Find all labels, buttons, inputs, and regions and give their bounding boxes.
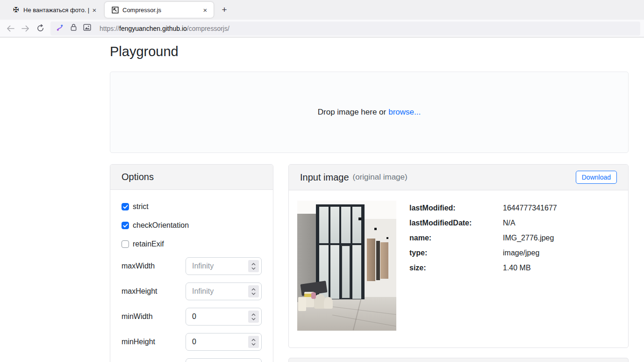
checkbox-row-strict: strict (122, 201, 262, 212)
tab-title: Compressor.js (122, 7, 161, 14)
new-tab-button[interactable]: + (217, 3, 231, 17)
metadata-key: lastModifiedDate: (409, 217, 503, 229)
image-permission-icon[interactable] (83, 24, 91, 33)
tab-close-icon[interactable]: × (90, 5, 99, 14)
options-body: strict checkOrientation retainExif maxWi… (110, 190, 273, 362)
image-metadata-list: lastModified: 1644777341677 lastModified… (409, 201, 557, 331)
metadata-value: 1.40 MB (503, 262, 531, 274)
checkbox-row-checkorientation: checkOrientation (122, 220, 262, 231)
photo-shape (319, 207, 328, 243)
checkorientation-checkbox[interactable] (122, 222, 129, 229)
image-drop-zone[interactable]: Drop image here or browse... (110, 72, 629, 153)
navigation-toolbar: https://fengyuanchen.github.io/compresso… (0, 20, 644, 37)
output-image-panel-partial (288, 358, 629, 362)
options-header: Options (110, 165, 273, 190)
browse-link[interactable]: browse... (388, 108, 421, 117)
photo-shape (330, 245, 339, 299)
metadata-row: lastModifiedDate: N/A (409, 217, 557, 229)
field-label: minWidth (122, 312, 153, 321)
field-row-minheight: minHeight (122, 333, 262, 351)
lock-icon[interactable] (70, 23, 77, 33)
metadata-value: 1644777341677 (503, 203, 557, 214)
photo-shape (358, 217, 361, 220)
photo-shape (352, 245, 361, 299)
options-panel: Options strict checkOrientation (110, 164, 273, 362)
field-row-maxheight: maxHeight (122, 282, 262, 300)
options-title: Options (122, 171, 154, 183)
field-label: minHeight (122, 338, 155, 346)
tab-bar: ✠ Не вантажаться фото. | Страни × Compre… (0, 0, 644, 20)
photo-shape (341, 245, 350, 299)
input-image-subtitle: (original image) (353, 173, 408, 182)
photo-shape (386, 237, 388, 239)
metadata-row: name: IMG_2776.jpeg (409, 232, 557, 244)
panels-row: Options strict checkOrientation (110, 164, 629, 362)
photo-shape (298, 297, 306, 311)
reload-icon[interactable] (33, 22, 48, 36)
photo-shape (311, 292, 316, 299)
input-image-body: lastModified: 1644777341677 lastModified… (289, 190, 628, 348)
metadata-value: IMG_2776.jpeg (503, 232, 554, 244)
metadata-row: size: 1.40 MB (409, 262, 557, 274)
number-spinner-icon[interactable] (248, 336, 259, 348)
photo-shape (352, 207, 361, 243)
metadata-key: name: (409, 232, 503, 244)
photo-shape (341, 207, 350, 243)
tab-compressorjs[interactable]: Compressor.js × (105, 2, 214, 18)
checkbox-label: retainExif (133, 240, 164, 248)
number-spinner-icon[interactable] (248, 285, 259, 297)
field-row-maxwidth: maxWidth (122, 257, 262, 275)
metadata-row: type: image/jpeg (409, 247, 557, 259)
photo-shape (380, 242, 388, 279)
photo-shape (324, 297, 333, 309)
field-row-partial (122, 358, 262, 362)
compress-favicon-icon (111, 6, 119, 14)
photo-shape (367, 239, 375, 282)
metadata-key: lastModified: (409, 203, 503, 214)
metadata-row: lastModified: 1644777341677 (409, 203, 557, 214)
field-label: maxWidth (122, 262, 155, 270)
photo-shape (374, 228, 377, 230)
download-button[interactable]: Download (576, 171, 617, 184)
tab-title: Не вантажаться фото. | Страни (23, 7, 90, 14)
tab-other-page[interactable]: ✠ Не вантажаться фото. | Страни × (5, 2, 102, 18)
metadata-value: N/A (503, 217, 515, 229)
number-spinner-icon[interactable] (248, 260, 259, 272)
metadata-key: size: (409, 262, 503, 274)
photo-shape (376, 241, 380, 280)
number-spinner-icon[interactable] (248, 311, 259, 323)
forward-icon[interactable] (18, 22, 33, 36)
photo-shape (330, 207, 339, 243)
checkbox-row-retainexif: retainExif (122, 239, 262, 250)
address-bar[interactable]: https://fengyuanchen.github.io/compresso… (50, 22, 640, 36)
browser-chrome: ✠ Не вантажаться фото. | Страни × Compre… (0, 0, 644, 37)
field-label: maxHeight (122, 287, 157, 296)
maltese-cross-favicon-icon: ✠ (12, 6, 20, 14)
dropzone-text: Drop image here or (318, 108, 386, 117)
input-image-title: Input image (300, 171, 349, 184)
input-image-header: Input image (original image) Download (289, 165, 628, 190)
retainexif-checkbox[interactable] (122, 240, 129, 248)
url-text: https://fengyuanchen.github.io/compresso… (100, 25, 229, 32)
page-title: Playground (110, 44, 629, 59)
field-row-minwidth: minWidth (122, 308, 262, 326)
extension-route-icon[interactable] (56, 23, 64, 34)
partial-input[interactable] (186, 358, 262, 362)
checkbox-label: strict (133, 203, 149, 211)
input-image-panel: Input image (original image) Download (288, 164, 629, 348)
checkbox-label: checkOrientation (133, 221, 189, 230)
back-icon[interactable] (3, 22, 18, 36)
page-content: Playground Drop image here or browse... … (110, 37, 629, 362)
input-image-thumbnail (297, 201, 396, 331)
tab-close-icon[interactable]: × (200, 5, 210, 14)
metadata-key: type: (409, 247, 503, 259)
metadata-value: image/jpeg (503, 247, 539, 259)
strict-checkbox[interactable] (122, 203, 129, 210)
